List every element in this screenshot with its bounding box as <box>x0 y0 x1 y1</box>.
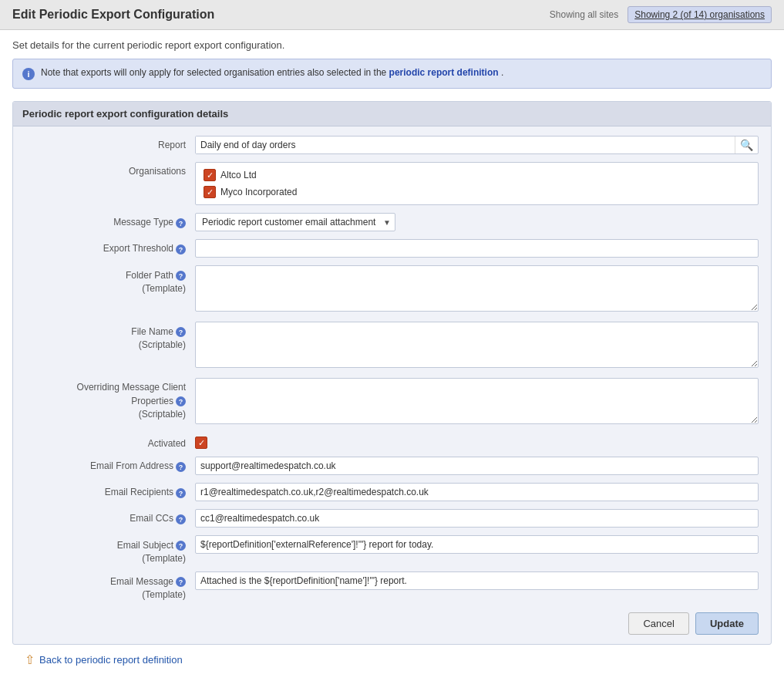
email-ccs-control <box>195 509 759 528</box>
export-threshold-help-icon[interactable]: ? <box>176 244 186 255</box>
file-name-help-icon[interactable]: ? <box>176 327 186 337</box>
page-content: Set details for the current periodic rep… <box>0 30 784 681</box>
email-recipients-help-icon[interactable]: ? <box>176 488 186 498</box>
organisations-row: Organisations ✓ Altco Ltd ✓ Myco Incorpo… <box>25 162 759 205</box>
back-link-row: ⇧ Back to periodic report definition <box>12 645 772 672</box>
file-name-label: File Name ? (Scriptable) <box>25 322 195 350</box>
folder-path-control <box>195 265 759 314</box>
file-name-row: File Name ? (Scriptable) <box>25 322 759 370</box>
email-ccs-label: Email CCs ? <box>25 509 195 524</box>
org-name-altco: Altco Ltd <box>220 170 257 180</box>
message-type-help-icon[interactable]: ? <box>176 218 186 228</box>
org-item-myco: ✓ Myco Incorporated <box>204 186 750 198</box>
message-type-select-wrapper: Periodic report customer email attachmen… <box>195 213 395 231</box>
folder-path-label: Folder Path ? (Template) <box>25 265 195 294</box>
email-from-input[interactable] <box>195 457 759 475</box>
folder-path-help-icon[interactable]: ? <box>176 271 186 281</box>
message-type-row: Message Type ? Periodic report customer … <box>25 213 759 231</box>
page-title: Edit Periodic Export Configuration <box>12 8 214 22</box>
info-icon: i <box>22 68 35 80</box>
email-subject-input[interactable] <box>195 535 759 554</box>
overriding-help-icon[interactable]: ? <box>176 396 186 406</box>
activated-control: ✓ <box>195 434 759 449</box>
email-from-control <box>195 457 759 475</box>
file-name-control <box>195 322 759 370</box>
activated-checkbox[interactable]: ✓ <box>195 437 207 449</box>
organisations-label: Organisations <box>25 162 195 177</box>
email-subject-label: Email Subject ? (Template) <box>25 535 195 564</box>
back-link[interactable]: Back to periodic report definition <box>39 654 183 666</box>
overriding-control <box>195 378 759 426</box>
email-ccs-row: Email CCs ? <box>25 509 759 528</box>
email-message-row: Email Message ? (Template) <box>25 571 759 600</box>
org-item-altco: ✓ Altco Ltd <box>204 169 750 181</box>
org-list: ✓ Altco Ltd ✓ Myco Incorporated <box>195 162 759 205</box>
email-message-help-icon[interactable]: ? <box>176 577 186 587</box>
email-recipients-row: Email Recipients ? <box>25 483 759 501</box>
message-type-select[interactable]: Periodic report customer email attachmen… <box>195 213 395 231</box>
cancel-button[interactable]: Cancel <box>628 612 688 635</box>
export-threshold-label: Export Threshold ? <box>25 239 195 255</box>
activated-label: Activated <box>25 434 195 449</box>
org-checkbox-altco[interactable]: ✓ <box>204 169 216 181</box>
email-subject-help-icon[interactable]: ? <box>176 541 186 551</box>
showing-sites-label: Showing all sites <box>550 9 618 20</box>
email-from-help-icon[interactable]: ? <box>176 462 186 472</box>
back-arrow-icon: ⇧ <box>25 652 35 667</box>
email-recipients-input[interactable] <box>195 483 759 501</box>
export-threshold-input[interactable] <box>195 239 759 258</box>
org-checkbox-myco[interactable]: ✓ <box>204 186 216 198</box>
export-threshold-row: Export Threshold ? <box>25 239 759 258</box>
email-recipients-control <box>195 483 759 501</box>
info-box: i Note that exports will only apply for … <box>12 59 772 89</box>
email-message-input[interactable] <box>195 571 759 590</box>
page-header: Edit Periodic Export Configuration Showi… <box>0 0 784 30</box>
overriding-textarea[interactable] <box>195 378 759 424</box>
form-body: Report 🔍 Organisations ✓ <box>13 126 771 644</box>
config-section: Periodic report export configuration det… <box>12 101 772 645</box>
report-field: 🔍 <box>195 136 759 154</box>
overriding-label: Overriding Message Client Properties ? (… <box>25 378 195 420</box>
search-icon[interactable]: 🔍 <box>735 137 758 153</box>
email-message-label: Email Message ? (Template) <box>25 571 195 600</box>
email-from-row: Email From Address ? <box>25 457 759 475</box>
report-input[interactable] <box>196 137 735 153</box>
email-subject-control <box>195 535 759 554</box>
file-name-textarea[interactable] <box>195 322 759 368</box>
org-name-myco: Myco Incorporated <box>220 187 297 197</box>
periodic-report-link[interactable]: periodic report definition <box>389 67 499 78</box>
folder-path-textarea[interactable] <box>195 265 759 312</box>
info-text: Note that exports will only apply for se… <box>41 67 503 78</box>
section-title: Periodic report export configuration det… <box>13 102 771 126</box>
button-row: Cancel Update <box>25 612 759 635</box>
report-label: Report <box>25 136 195 150</box>
header-right: Showing all sites Showing 2 (of 14) orga… <box>550 6 772 23</box>
folder-path-row: Folder Path ? (Template) <box>25 265 759 314</box>
email-ccs-input[interactable] <box>195 509 759 528</box>
email-subject-row: Email Subject ? (Template) <box>25 535 759 564</box>
report-row: Report 🔍 <box>25 136 759 154</box>
org-link-button[interactable]: Showing 2 (of 14) organisations <box>628 6 772 23</box>
overriding-row: Overriding Message Client Properties ? (… <box>25 378 759 426</box>
email-message-control <box>195 571 759 590</box>
export-threshold-control <box>195 239 759 258</box>
activated-row: Activated ✓ <box>25 434 759 449</box>
update-button[interactable]: Update <box>695 612 759 635</box>
message-type-label: Message Type ? <box>25 213 195 228</box>
page-subtitle: Set details for the current periodic rep… <box>12 39 772 51</box>
email-from-label: Email From Address ? <box>25 457 195 472</box>
report-control: 🔍 <box>195 136 759 154</box>
organisations-control: ✓ Altco Ltd ✓ Myco Incorporated <box>195 162 759 205</box>
email-ccs-help-icon[interactable]: ? <box>176 514 186 524</box>
email-recipients-label: Email Recipients ? <box>25 483 195 498</box>
message-type-control: Periodic report customer email attachmen… <box>195 213 759 231</box>
